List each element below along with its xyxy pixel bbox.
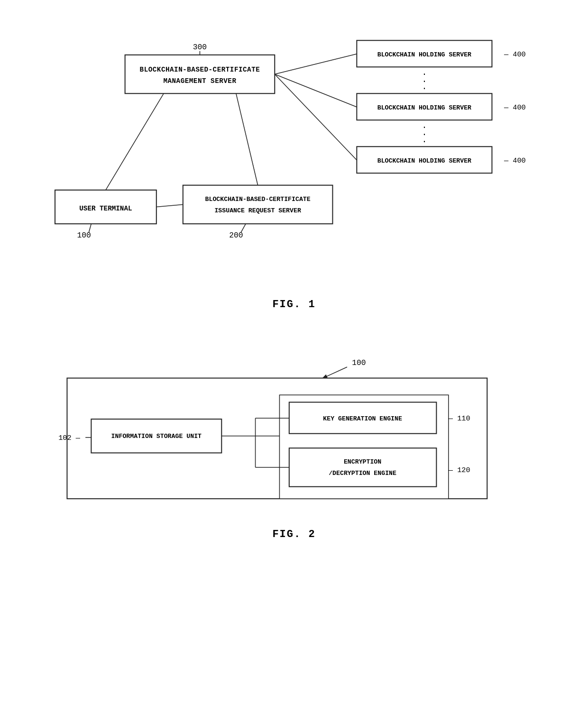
svg-rect-37: [67, 378, 487, 499]
svg-text:— 400: — 400: [504, 50, 526, 59]
svg-text:ENCRYPTION: ENCRYPTION: [344, 458, 381, 465]
svg-text:BLOCKCHAIN HOLDING SERVER: BLOCKCHAIN HOLDING SERVER: [377, 157, 471, 164]
svg-text:·: ·: [422, 130, 427, 140]
svg-line-20: [275, 54, 357, 74]
page: BLOCKCHAIN-BASED-CERTIFICATE MANAGEMENT …: [0, 0, 588, 711]
svg-text:— 400: — 400: [504, 103, 526, 112]
svg-text:MANAGEMENT SERVER: MANAGEMENT SERVER: [163, 77, 236, 85]
svg-text:BLOCKCHAIN-BASED-CERTIFICATE: BLOCKCHAIN-BASED-CERTIFICATE: [140, 66, 260, 73]
svg-rect-43: [289, 402, 437, 434]
svg-text:— 110: — 110: [448, 414, 470, 423]
svg-line-34: [156, 204, 183, 207]
fig1-title: FIG. 1: [28, 299, 560, 310]
svg-rect-25: [183, 185, 333, 224]
fig2-container: 100 INFORMATION STORAGE UNIT 102 — KEY G…: [28, 341, 560, 540]
svg-text:·: ·: [422, 137, 427, 147]
svg-text:·: ·: [422, 123, 427, 133]
svg-line-21: [275, 74, 357, 107]
svg-text:BLOCKCHAIN-BASED-CERTIFICATE: BLOCKCHAIN-BASED-CERTIFICATE: [205, 196, 311, 203]
svg-text:·: ·: [422, 77, 427, 87]
svg-rect-17: [357, 146, 492, 173]
svg-rect-46: [289, 448, 437, 486]
svg-text:100: 100: [352, 358, 366, 367]
svg-text:USER   TERMINAL: USER TERMINAL: [79, 205, 132, 212]
svg-rect-23: [55, 190, 156, 224]
svg-text:102 —: 102 —: [58, 434, 81, 442]
svg-text:— 120: — 120: [448, 466, 470, 474]
svg-rect-42: [279, 395, 448, 499]
svg-line-33: [236, 93, 258, 185]
svg-text:100: 100: [77, 231, 91, 240]
svg-rect-5: [357, 40, 492, 67]
svg-line-32: [106, 93, 164, 190]
svg-text:ISSUANCE REQUEST SERVER: ISSUANCE REQUEST SERVER: [214, 207, 301, 214]
svg-line-29: [89, 224, 91, 232]
svg-rect-38: [91, 419, 221, 453]
fig2-title: FIG. 2: [28, 529, 560, 540]
svg-rect-11: [357, 93, 492, 120]
svg-text:·: ·: [422, 70, 427, 80]
svg-line-22: [275, 74, 357, 160]
svg-text:·: ·: [422, 84, 427, 94]
svg-line-36: [323, 367, 347, 378]
svg-text:/DECRYPTION ENGINE: /DECRYPTION ENGINE: [329, 470, 396, 477]
svg-text:KEY GENERATION ENGINE: KEY GENERATION ENGINE: [323, 415, 402, 422]
svg-rect-0: [125, 55, 275, 93]
svg-line-31: [241, 224, 246, 232]
svg-text:BLOCKCHAIN HOLDING SERVER: BLOCKCHAIN HOLDING SERVER: [377, 51, 471, 58]
svg-text:200: 200: [229, 231, 243, 240]
svg-text:INFORMATION STORAGE UNIT: INFORMATION STORAGE UNIT: [111, 433, 202, 440]
fig1-container: BLOCKCHAIN-BASED-CERTIFICATE MANAGEMENT …: [28, 19, 560, 313]
svg-text:— 400: — 400: [504, 156, 526, 165]
svg-text:300: 300: [193, 43, 207, 52]
svg-text:BLOCKCHAIN HOLDING SERVER: BLOCKCHAIN HOLDING SERVER: [377, 104, 471, 111]
